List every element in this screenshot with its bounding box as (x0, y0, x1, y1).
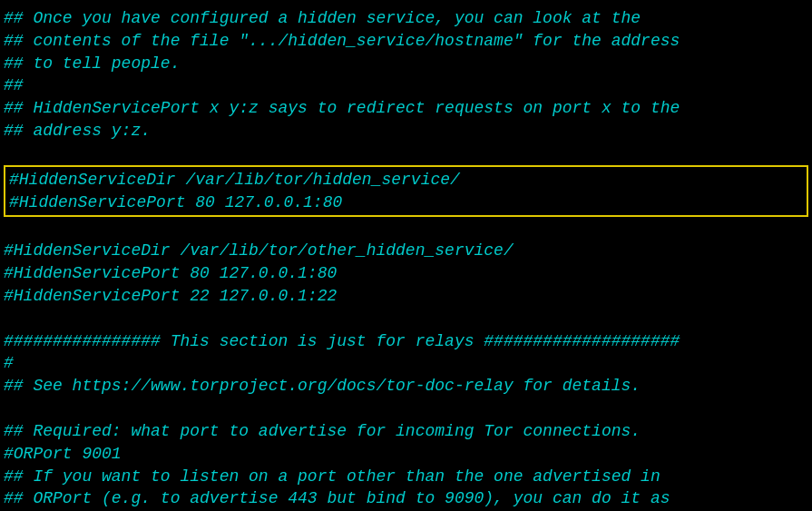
line-6: ## address y:z. (4, 120, 808, 142)
terminal-output: ## Once you have configured a hidden ser… (0, 0, 812, 511)
line-15: ################ This section is just fo… (4, 330, 808, 353)
line-1: ## Once you have configured a hidden ser… (4, 7, 808, 30)
line-4: ## (4, 74, 808, 97)
line-18 (4, 398, 808, 420)
line-10 (4, 217, 808, 240)
line-8: #HiddenServiceDir /var/lib/tor/hidden_se… (9, 169, 803, 192)
line-14 (4, 308, 808, 330)
line-2: ## contents of the file ".../hidden_serv… (4, 30, 808, 53)
line-5: ## HiddenServicePort x y:z says to redir… (4, 97, 808, 120)
highlighted-block: #HiddenServiceDir /var/lib/tor/hidden_se… (4, 165, 808, 218)
line-7 (4, 142, 808, 165)
line-22: ## ORPort (e.g. to advertise 443 but bin… (4, 487, 808, 510)
line-12: #HiddenServicePort 80 127.0.0.1:80 (4, 262, 808, 285)
line-20: #ORPort 9001 (4, 443, 808, 466)
line-3: ## to tell people. (4, 53, 808, 75)
line-11: #HiddenServiceDir /var/lib/tor/other_hid… (4, 240, 808, 262)
line-9: #HiddenServicePort 80 127.0.0.1:80 (9, 192, 803, 214)
line-19: ## Required: what port to advertise for … (4, 420, 808, 443)
line-16: # (4, 352, 808, 375)
line-17: ## See https://www.torproject.org/docs/t… (4, 375, 808, 398)
line-21: ## If you want to listen on a port other… (4, 466, 808, 488)
line-13: #HiddenServicePort 22 127.0.0.1:22 (4, 285, 808, 308)
